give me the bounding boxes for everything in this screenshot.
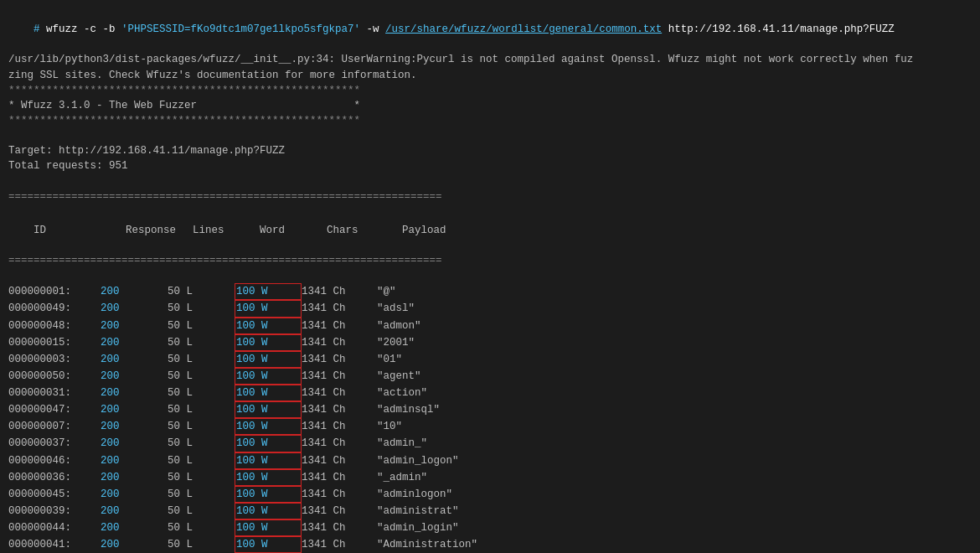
table-row: 000000001:20050 L100 W1341 Ch"@" [8,283,972,300]
table-row: 000000045:20050 L100 W1341 Ch"adminlogon… [8,486,972,503]
command-line: # wfuzz -c -b 'PHPSESSID=fKo9dtc1m07ge1l… [8,7,972,52]
table-row: 000000044:20050 L100 W1341 Ch"admin_logi… [8,519,972,536]
table-row: 000000047:20050 L100 W1341 Ch"adminsql" [8,401,972,418]
terminal-window: # wfuzz -c -b 'PHPSESSID=fKo9dtc1m07ge1l… [0,0,980,553]
blank-line-1 [8,128,972,143]
table-rows: 000000001:20050 L100 W1341 Ch"@"00000004… [8,283,972,553]
blank-line-2 [8,173,972,189]
table-row: 000000007:20050 L100 W1341 Ch"10" [8,418,972,435]
prompt: # [34,23,46,35]
table-row: 000000036:20050 L100 W1341 Ch"_admin" [8,469,972,486]
table-row: 000000037:20050 L100 W1341 Ch"admin_" [8,435,972,452]
warning-line-1: /usr/lib/python3/dist-packages/wfuzz/__i… [8,52,972,67]
table-row: 000000050:20050 L100 W1341 Ch"agent" [8,368,972,385]
col-header-lines: Lines [193,223,260,238]
col-header-chars: Chars [327,223,402,238]
total-line: Total requests: 951 [8,158,972,173]
table-row: 000000041:20050 L100 W1341 Ch"Administra… [8,536,972,553]
table-row: 000000048:20050 L100 W1341 Ch"admon" [8,318,972,334]
col-header-word: Word [260,223,327,238]
warning-line-2: zing SSL sites. Check Wfuzz's documentat… [8,68,972,83]
separator-2: ****************************************… [8,113,972,128]
col-header-response: Response [126,223,193,238]
table-sep-2: ========================================… [8,253,972,268]
table-row: 000000003:20050 L100 W1341 Ch"01" [8,351,972,368]
table-row: 000000015:20050 L100 W1341 Ch"2001" [8,334,972,351]
table-row: 000000031:20050 L100 W1341 Ch"action" [8,385,972,401]
target-line: Target: http://192.168.41.11/manage.php?… [8,143,972,158]
separator-1: ****************************************… [8,83,972,98]
col-header-payload: Payload [402,225,446,236]
cmd-wfuzz: wfuzz -c -b [46,23,121,35]
blank-line-3 [8,268,972,283]
table-header: IDResponseLinesWordCharsPayload [8,208,972,253]
table-sep-1: ========================================… [8,189,972,204]
table-row: 000000046:20050 L100 W1341 Ch"admin_logo… [8,452,972,469]
banner-line: * Wfuzz 3.1.0 - The Web Fuzzer * [8,98,972,113]
table-row: 000000039:20050 L100 W1341 Ch"administra… [8,503,972,519]
table-row: 000000049:20050 L100 W1341 Ch"adsl" [8,300,972,317]
col-header-id: ID [34,223,126,238]
